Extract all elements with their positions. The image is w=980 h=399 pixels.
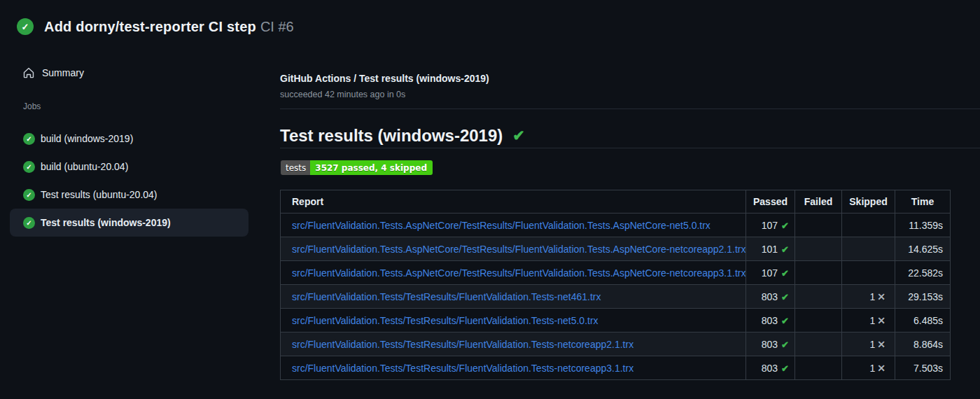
column-header-failed: Failed: [795, 190, 842, 214]
sidebar-job-item[interactable]: ✓ Test results (ubuntu-20.04): [10, 181, 248, 209]
sidebar: Summary Jobs ✓ build (windows-2019) ✓ bu…: [0, 56, 266, 237]
sidebar-jobs-heading: Jobs: [23, 102, 266, 111]
failed-count: [795, 237, 842, 261]
column-header-passed: Passed: [746, 190, 795, 214]
tests-badge: tests 3527 passed, 4 skipped: [281, 160, 433, 175]
check-circle-icon: ✓: [23, 217, 35, 229]
passed-count: 803: [762, 315, 778, 326]
run-status-check-circle-icon: ✓: [17, 18, 34, 35]
x-icon: ✕: [877, 363, 886, 374]
sidebar-jobs-list: ✓ build (windows-2019) ✓ build (ubuntu-2…: [0, 125, 266, 237]
job-label: Test results (windows-2019): [41, 217, 171, 228]
divider: [280, 108, 980, 109]
check-circle-icon: ✓: [23, 189, 35, 201]
time-value: 11.359s: [895, 214, 951, 237]
check-run-breadcrumb: GitHub Actions / Test results (windows-2…: [280, 73, 489, 84]
check-icon: ✔: [781, 316, 789, 326]
report-link[interactable]: src/FluentValidation.Tests.AspNetCore/Te…: [292, 244, 746, 255]
column-header-skipped: Skipped: [842, 190, 895, 214]
sidebar-job-item[interactable]: ✓ Test results (windows-2019): [10, 209, 248, 237]
check-icon: ✔: [781, 363, 789, 374]
sidebar-job-item[interactable]: ✓ build (windows-2019): [10, 125, 248, 153]
passed-count: 107: [762, 267, 778, 279]
passed-count: 803: [762, 339, 778, 350]
table-row: src/FluentValidation.Tests/TestResults/F…: [281, 309, 951, 332]
check-icon: ✔: [781, 292, 789, 302]
passed-count: 803: [762, 291, 778, 302]
badge-value: 3527 passed, 4 skipped: [310, 160, 433, 175]
report-link[interactable]: src/FluentValidation.Tests.AspNetCore/Te…: [292, 267, 746, 279]
badge-label: tests: [281, 160, 310, 175]
table-header-row: Report Passed Failed Skipped Time: [281, 190, 951, 214]
check-icon: ✔: [781, 340, 789, 350]
skipped-count: 1: [869, 291, 875, 302]
time-value: 8.864s: [895, 332, 951, 356]
time-value: 14.625s: [895, 237, 951, 261]
time-value: 7.503s: [895, 356, 951, 380]
table-row: src/FluentValidation.Tests.AspNetCore/Te…: [281, 237, 951, 261]
failed-count: [795, 214, 842, 237]
column-header-report: Report: [281, 190, 746, 214]
check-circle-icon: ✓: [23, 161, 35, 173]
passed-count: 101: [762, 244, 778, 255]
report-link[interactable]: src/FluentValidation.Tests/TestResults/F…: [292, 339, 634, 350]
results-heading: Test results (windows-2019) ✔: [280, 126, 525, 146]
passed-count: 107: [762, 220, 778, 231]
passed-count: 803: [762, 363, 778, 374]
failed-count: [795, 356, 842, 380]
report-link[interactable]: src/FluentValidation.Tests/TestResults/F…: [292, 315, 598, 326]
sidebar-job-item[interactable]: ✓ build (ubuntu-20.04): [10, 153, 248, 181]
report-link[interactable]: src/FluentValidation.Tests/TestResults/F…: [292, 363, 634, 374]
report-link[interactable]: src/FluentValidation.Tests/TestResults/F…: [292, 291, 601, 302]
failed-count: [795, 285, 842, 309]
skipped-count: 1: [869, 363, 875, 374]
failed-count: [795, 309, 842, 332]
x-icon: ✕: [877, 315, 886, 326]
job-label: Test results (ubuntu-20.04): [41, 189, 158, 200]
success-check-icon: ✔: [512, 127, 525, 144]
job-label: build (windows-2019): [41, 133, 133, 144]
table-row: src/FluentValidation.Tests.AspNetCore/Te…: [281, 214, 951, 237]
x-icon: ✕: [877, 339, 886, 350]
run-title: Add dorny/test-reporter CI step: [44, 19, 256, 34]
check-icon: ✔: [781, 220, 789, 231]
x-icon: ✕: [877, 291, 886, 302]
time-value: 22.582s: [895, 261, 951, 285]
skipped-count: 1: [869, 339, 875, 350]
check-icon: ✔: [781, 268, 789, 279]
time-value: 29.153s: [895, 285, 951, 309]
sidebar-item-summary[interactable]: Summary: [23, 67, 84, 78]
run-status-line: succeeded 42 minutes ago in 0s: [280, 90, 405, 99]
column-header-time: Time: [895, 190, 951, 214]
failed-count: [795, 261, 842, 285]
check-circle-icon: ✓: [23, 133, 35, 145]
table-row: src/FluentValidation.Tests.AspNetCore/Te…: [281, 261, 951, 285]
report-link[interactable]: src/FluentValidation.Tests.AspNetCore/Te…: [292, 220, 710, 231]
failed-count: [795, 332, 842, 356]
check-icon: ✔: [781, 244, 789, 255]
run-header: ✓ Add dorny/test-reporter CI stepCI #6: [17, 18, 294, 35]
skipped-count: 1: [869, 315, 875, 326]
sidebar-summary-label: Summary: [42, 67, 84, 78]
table-row: src/FluentValidation.Tests/TestResults/F…: [281, 332, 951, 356]
time-value: 6.485s: [895, 309, 951, 332]
test-results-table: Report Passed Failed Skipped Time src/Fl…: [280, 190, 951, 380]
heading-underline: [280, 148, 980, 148]
run-number: CI #6: [260, 19, 294, 34]
job-label: build (ubuntu-20.04): [41, 161, 128, 172]
results-heading-text: Test results (windows-2019): [280, 126, 503, 146]
home-icon: [23, 67, 34, 78]
table-row: src/FluentValidation.Tests/TestResults/F…: [281, 356, 951, 380]
table-row: src/FluentValidation.Tests/TestResults/F…: [281, 285, 951, 309]
